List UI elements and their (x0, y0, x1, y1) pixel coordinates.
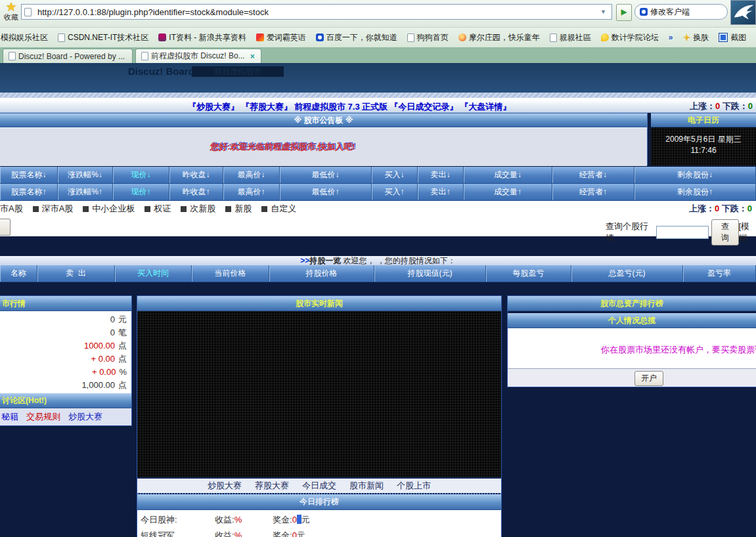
bookmark-label: 親親社區 (560, 32, 591, 43)
nav-link[interactable]: 『大盘详情』 (460, 102, 511, 112)
holdings-header-col-0[interactable]: 名称 (0, 265, 37, 282)
nav-link[interactable]: 前程虚拟股市 7.3 正式版 (294, 102, 388, 112)
quote-sort-desc-col-7[interactable]: 卖出↓ (418, 167, 464, 183)
market-tab[interactable]: 权证 (145, 203, 171, 215)
quote-sort-desc-col-2[interactable]: 现价↓ (113, 167, 169, 183)
quote-sort-asc-col-5[interactable]: 最低价↑ (280, 184, 372, 200)
market-tab[interactable]: 自定义 (261, 203, 296, 215)
square-bullet-icon (145, 206, 150, 212)
quote-sort-desc-col-10[interactable]: 剩余股份↓ (634, 167, 756, 183)
discussion-link[interactable]: 交易规则 (26, 411, 60, 423)
news-link[interactable]: 股市新闻 (349, 480, 384, 492)
bookmark-item[interactable]: CSDN.NET-IT技术社区 (58, 32, 148, 43)
market-tab[interactable]: 深市A股 (33, 203, 74, 215)
bookmark-item[interactable]: 百度一下，你就知道 (316, 32, 397, 43)
holdings-header-col-4[interactable]: 持股价格 (269, 265, 374, 282)
page-content: Discuz! Board 前程虚拟股市 『炒股大赛』『荐股大赛』前程虚拟股市 … (0, 63, 756, 537)
bookmark-item[interactable]: 親親社區 (550, 32, 591, 43)
holdings-header-col-3[interactable]: 当前价格 (192, 265, 269, 282)
go-button[interactable]: ▶ (616, 4, 632, 21)
news-link[interactable]: 个股上市 (397, 480, 431, 492)
quote-sort-desc-col-8[interactable]: 成交量↓ (464, 167, 552, 183)
quote-sort-asc-col-9[interactable]: 经营者↑ (552, 184, 634, 200)
clipped-button[interactable] (0, 219, 11, 236)
quote-sort-asc-col-8[interactable]: 成交量↑ (464, 184, 552, 200)
profit-label: 收益: (215, 530, 234, 537)
query-label: 查询个股行情: (606, 221, 654, 244)
bird-icon (731, 1, 755, 24)
bookmark-item[interactable]: IT资料 - 新浪共享资料 (158, 32, 246, 43)
nav-link[interactable]: 『荐股大赛』 (241, 102, 292, 112)
stat-value: 1000.00 (84, 341, 115, 351)
quote-sort-asc-col-10[interactable]: 剩余股份↑ (634, 184, 756, 200)
market-tab[interactable]: 中小企业板 (83, 203, 135, 215)
search-box[interactable]: 修改客户端 (634, 4, 728, 20)
holdings-header-col-6[interactable]: 每股盈亏 (486, 265, 571, 282)
bookmark-item[interactable]: 数计学院论坛 (601, 32, 659, 43)
bookmark-item[interactable]: 模拟娱乐社区 (1, 32, 48, 43)
market-tab[interactable]: 新股 (225, 203, 252, 215)
quote-sort-asc-col-6[interactable]: 买入↑ (372, 184, 418, 200)
holdings-header-col-2[interactable]: 买入时间 (115, 265, 192, 282)
open-account-button[interactable]: 开户 (634, 371, 663, 386)
query-input[interactable] (656, 226, 709, 239)
bookmark-item[interactable]: 爱词霸英语 (256, 32, 306, 43)
ranking-header: 今日排行榜 (137, 494, 501, 510)
market-stat-row: 1000.00点 (0, 339, 131, 353)
calendar-widget: 电子日历 2009年5月6日 星期三 11:7:46 (651, 113, 756, 165)
stat-unit: 笔 (118, 328, 127, 337)
favorites-star-icon[interactable]: ★ (1, 1, 21, 14)
quote-sort-desc-col-9[interactable]: 经营者↓ (552, 167, 634, 183)
discussion-link[interactable]: 秘籍 (1, 411, 18, 423)
announcement-body: 您好:欢迎光临前程虚拟股市,快加入吧! 您好:欢迎光临前程虚拟股市,快加入吧! (0, 127, 647, 166)
discussion-link[interactable]: 炒股大赛 (68, 411, 102, 423)
quote-sort-desc-col-4[interactable]: 最高价↓ (223, 167, 280, 183)
address-dropdown-icon[interactable]: ▼ (598, 9, 609, 15)
decor-hatch-band (0, 93, 756, 98)
bookmark-item[interactable]: 换肤 (682, 32, 709, 43)
stat-value: + 0.00 (92, 367, 116, 377)
bookmarks-bar: 模拟娱乐社区CSDN.NET-IT技术社区IT资料 - 新浪共享资料爱词霸英语百… (0, 28, 756, 48)
quote-sort-desc-col-3[interactable]: 昨收盘↓ (169, 167, 223, 183)
news-link[interactable]: 今日成交 (302, 480, 336, 492)
bar-market-stats: 上涨：0 下跌：0 (689, 203, 752, 215)
browser-logo[interactable] (730, 0, 756, 25)
address-url: http://127.0.0.1:88/plugin.php?identifie… (37, 7, 598, 17)
bookmark-item[interactable]: 截图 (719, 32, 746, 43)
query-button[interactable]: 查询 (711, 219, 738, 246)
tab-close-icon[interactable]: × (250, 52, 255, 61)
quote-sort-asc-col-7[interactable]: 卖出↑ (418, 184, 464, 200)
news-link[interactable]: 炒股大赛 (208, 480, 242, 492)
stat-unit: 点 (118, 380, 127, 390)
bookmark-item[interactable]: » (669, 33, 673, 42)
market-stat-row: 0元 (0, 313, 131, 326)
quote-sort-desc-col-0[interactable]: 股票名称↓ (0, 167, 58, 183)
quote-sort-desc-col-5[interactable]: 最低价↓ (280, 167, 372, 183)
profit-label: 收益: (215, 515, 234, 525)
quote-sort-asc-col-2[interactable]: 现价↑ (113, 184, 169, 200)
quote-sort-asc-col-4[interactable]: 最高价↑ (223, 184, 280, 200)
holdings-header-col-5[interactable]: 持股现值(元) (374, 265, 486, 282)
market-tab[interactable]: 市A股 (0, 203, 23, 215)
quote-sort-asc-col-1[interactable]: 涨跌幅%↑ (58, 184, 113, 200)
nav-link[interactable]: 『今日成交记录』 (389, 102, 458, 112)
news-link[interactable]: 荐股大赛 (255, 480, 289, 492)
browser-tab-1[interactable]: 前程虚拟股市 Discuz! Bo...× (135, 49, 261, 63)
quote-sort-asc-col-3[interactable]: 昨收盘↑ (169, 184, 223, 200)
nav-link[interactable]: 『炒股大赛』 (188, 102, 239, 112)
market-tab[interactable]: 次新股 (181, 203, 215, 215)
holdings-header-col-1[interactable]: 卖 出 (37, 265, 115, 282)
quote-sort-desc-col-1[interactable]: 涨跌幅%↓ (58, 167, 113, 183)
holdings-header-col-7[interactable]: 总盈亏(元) (571, 265, 683, 282)
stat-value: 0 (110, 314, 115, 324)
market-category-bar: 市A股深市A股中小企业板权证次新股新股自定义 上涨：0 下跌：0 (0, 201, 756, 217)
tab-title: Discuz! Board - Powered by ... (18, 52, 125, 61)
browser-tab-0[interactable]: Discuz! Board - Powered by ... (3, 49, 133, 63)
quote-sort-asc-col-0[interactable]: 股票名称↑ (0, 184, 58, 200)
holdings-header-col-8[interactable]: 盈亏率 (683, 265, 756, 282)
person-icon (158, 33, 166, 41)
quote-sort-desc-col-6[interactable]: 买入↓ (372, 167, 418, 183)
bookmark-item[interactable]: 摩尔庄园，快乐童年 (458, 32, 540, 43)
bookmark-item[interactable]: 狗狗首页 (407, 32, 449, 43)
address-bar[interactable]: http://127.0.0.1:88/plugin.php?identifie… (21, 4, 612, 20)
